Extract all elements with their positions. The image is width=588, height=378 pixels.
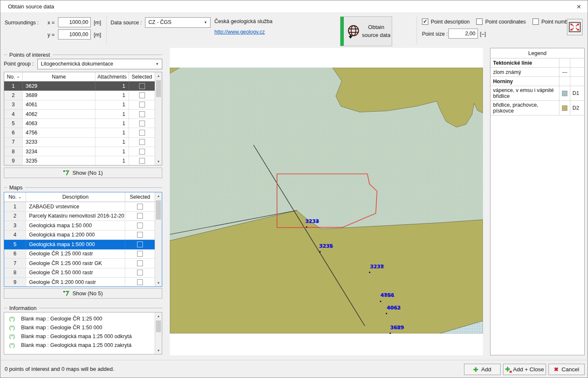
show-point-button[interactable]: Show (No 1)	[4, 168, 162, 178]
zoom-extents-button[interactable]	[567, 19, 583, 35]
add-button[interactable]: ✚ Add	[464, 364, 501, 375]
row-checkbox[interactable]	[137, 223, 143, 228]
provider-link[interactable]: http://www.geology.cz	[214, 29, 265, 35]
checkbox-point-description[interactable]: ✓Point description	[422, 18, 469, 25]
cell-selected	[129, 138, 155, 147]
cell-name: 4063	[23, 119, 95, 128]
row-checkbox[interactable]	[137, 242, 143, 247]
obtain-source-data-button[interactable]: Obtain source data	[340, 16, 392, 46]
checkbox-box[interactable]: ✓	[422, 18, 428, 25]
table-row[interactable]: 1ZABAGED vrstevnice	[4, 202, 162, 212]
table-row[interactable]: 4Geologická mapa 1:200 000	[4, 231, 162, 240]
bottom-bar: 0 points of interest and 0 maps will be …	[0, 360, 588, 378]
row-checkbox[interactable]	[139, 102, 145, 108]
table-row[interactable]: 2Parcely Katastru nemovitostí 2016-12-20	[4, 212, 162, 221]
geological-map[interactable]	[170, 68, 483, 333]
checkbox-point-coordinates[interactable]: Point coordinates	[476, 18, 526, 25]
scroll-down-icon[interactable]: ▼	[155, 279, 162, 286]
column-header-selected[interactable]: Selected	[125, 192, 155, 202]
table-row[interactable]: 5Geologická mapa 1:500 000	[4, 240, 162, 249]
maps-table-scrollbar[interactable]: ▲ ▼	[155, 192, 162, 286]
cell-selected	[129, 81, 155, 91]
column-header-description[interactable]: Description	[26, 192, 125, 202]
table-row[interactable]: 440621	[4, 110, 162, 119]
table-row[interactable]: 540631	[4, 119, 162, 128]
checkbox-box[interactable]	[476, 18, 483, 25]
titlebar: Obtain source data ✕	[0, 0, 588, 13]
scroll-down-icon[interactable]: ▼	[155, 158, 162, 165]
data-source-value: CZ - ČGS	[148, 19, 171, 25]
column-header-no[interactable]: No.▲	[4, 72, 23, 81]
checkbox-box[interactable]	[533, 18, 539, 25]
scroll-up-icon[interactable]: ▲	[155, 192, 162, 200]
row-checkbox[interactable]	[137, 213, 143, 219]
table-row[interactable]: 340611	[4, 100, 162, 110]
status-text: 0 points of interest and 0 maps will be …	[5, 366, 114, 372]
add-close-button[interactable]: ✚ ✖ Add + Close	[503, 364, 546, 375]
row-checkbox[interactable]	[137, 251, 143, 257]
column-header-name[interactable]: Name	[23, 72, 95, 81]
table-row[interactable]: 236891	[4, 91, 162, 100]
column-header-no[interactable]: No.▲	[4, 192, 26, 202]
row-checkbox[interactable]	[137, 260, 143, 266]
scroll-down-icon[interactable]: ▼	[155, 347, 162, 354]
row-checkbox[interactable]	[137, 204, 143, 210]
table-row[interactable]: 732331	[4, 138, 162, 147]
table-row[interactable]: 136291	[4, 81, 162, 91]
table-row[interactable]: 8Geologie ČR 1:50 000 rastr	[4, 268, 162, 278]
cell-selected	[125, 268, 155, 278]
cell-name: 4062	[23, 110, 95, 119]
map-canvas[interactable]: 3233323432353236323732384756406140624063…	[170, 48, 483, 355]
point-group-select[interactable]: Litogeochemická dokumentace ▼	[37, 59, 162, 69]
table-row[interactable]: 9Geologie ČR 1:200 000 rastr	[4, 278, 162, 287]
scrollbar-thumb[interactable]	[156, 200, 161, 220]
row-checkbox[interactable]	[137, 270, 143, 276]
table-row[interactable]: 3Geologická mapa 1:50 000	[4, 221, 162, 231]
row-checkbox[interactable]	[139, 83, 145, 89]
table-row[interactable]: 7Geologie ČR 1:25 000 rastr GK	[4, 259, 162, 268]
row-checkbox[interactable]	[139, 130, 145, 136]
row-checkbox[interactable]	[137, 279, 143, 285]
row-checkbox[interactable]	[139, 158, 145, 164]
row-checkbox[interactable]	[139, 121, 145, 126]
cell-no: 2	[4, 91, 23, 100]
cell-description: Geologická mapa 1:500 000	[26, 240, 125, 249]
legend-code	[570, 58, 584, 67]
data-source-select[interactable]: CZ - ČGS ▼	[145, 17, 211, 28]
column-header-selected[interactable]: Selected	[129, 72, 155, 81]
maps-header: Maps	[4, 184, 162, 191]
cell-attachments: 1	[95, 110, 129, 119]
scroll-up-icon[interactable]: ▲	[155, 72, 162, 79]
table-row[interactable]: 932351	[4, 156, 162, 165]
cancel-button[interactable]: ✖ Cancel	[548, 364, 585, 375]
show-icon	[63, 290, 69, 297]
row-checkbox[interactable]	[139, 111, 145, 117]
information-scrollbar[interactable]: ▲ ▼	[155, 312, 162, 354]
cell-description: Geologie ČR 1:50 000 rastr	[26, 268, 125, 278]
row-checkbox[interactable]	[139, 92, 145, 98]
checkbox-label: Point coordinates	[485, 19, 526, 25]
scrollbar-thumb[interactable]	[156, 320, 161, 332]
cell-name: 4061	[23, 100, 95, 110]
cell-selected	[125, 278, 155, 287]
close-icon[interactable]: ✕	[573, 2, 584, 11]
legend-label: Horniny	[490, 77, 559, 86]
point-option-checkboxes: ✓Point descriptionPoint coordinatesPoint…	[422, 18, 579, 25]
x-input[interactable]	[58, 17, 91, 27]
cell-attachments: 1	[95, 128, 129, 137]
table-row[interactable]: 6Geologie ČR 1:25 000 rastr	[4, 249, 162, 259]
row-checkbox[interactable]	[139, 149, 145, 155]
legend-symbol	[559, 58, 570, 67]
table-row[interactable]: 647561	[4, 128, 162, 137]
cell-description: Geologie ČR 1:200 000 rastr	[26, 278, 125, 287]
y-input[interactable]	[58, 29, 91, 39]
show-map-button[interactable]: Show (No 5)	[4, 288, 162, 299]
scroll-up-icon[interactable]: ▲	[155, 312, 162, 320]
row-checkbox[interactable]	[137, 232, 143, 238]
table-row[interactable]: 832341	[4, 147, 162, 156]
scrollbar-thumb[interactable]	[156, 80, 161, 97]
row-checkbox[interactable]	[139, 139, 145, 145]
points-table-scrollbar[interactable]: ▲ ▼	[155, 72, 162, 165]
column-header-attachments[interactable]: Attachments	[95, 72, 129, 81]
point-size-input[interactable]	[448, 29, 478, 39]
